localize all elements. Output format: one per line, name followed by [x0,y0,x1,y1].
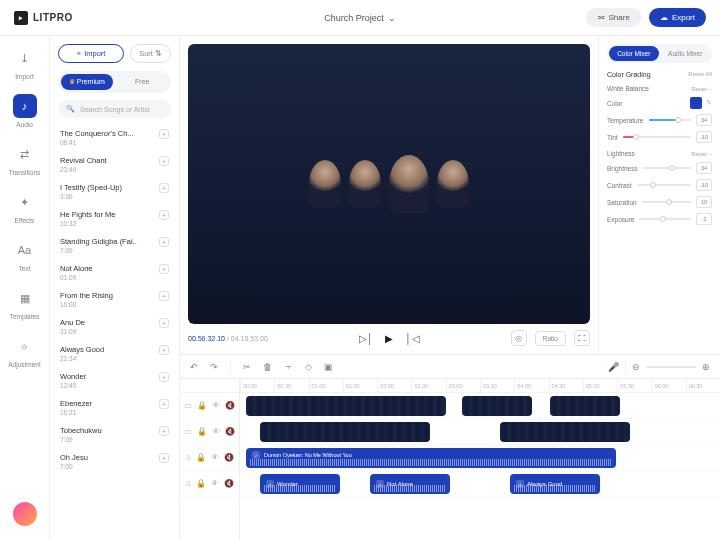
song-item[interactable]: Standing Gidigba (Fai..7:09+ [58,232,171,259]
add-song-button[interactable]: + [159,129,169,139]
saturation-value[interactable]: 10 [696,196,712,208]
song-item[interactable]: Tobechukwu7:09+ [58,421,171,448]
avatar[interactable] [13,502,37,526]
brightness-slider[interactable] [643,167,691,169]
crop-button[interactable]: ▣ [324,362,333,372]
zoom-slider[interactable] [646,366,696,368]
lock-icon[interactable]: 🔒 [196,453,206,462]
redo-button[interactable]: ↷ [210,362,218,372]
tab-premium[interactable]: ♛ Premium [61,74,113,90]
video-track-2[interactable] [240,419,720,445]
add-song-button[interactable]: + [159,426,169,436]
add-song-button[interactable]: + [159,291,169,301]
audio-track-1[interactable]: ♪Dunsin Oyekan: No Me Without You [240,445,720,471]
temperature-slider[interactable] [649,119,692,121]
add-song-button[interactable]: + [159,210,169,220]
lock-icon[interactable]: 🔒 [196,479,206,488]
tint-value[interactable]: -10 [696,131,712,143]
nav-effects[interactable]: ✦Effects [8,190,42,224]
saturation-slider[interactable] [642,201,691,203]
ratio-button[interactable]: Ratio [535,331,566,346]
eye-icon[interactable]: 👁 [212,427,220,436]
add-song-button[interactable]: + [159,345,169,355]
song-item[interactable]: Anu De31:09+ [58,313,171,340]
song-item[interactable]: Wonder12:45+ [58,367,171,394]
song-item[interactable]: I Testify (Sped-Up)3:06+ [58,178,171,205]
contrast-slider[interactable] [637,184,691,186]
nav-audio[interactable]: ♪Audio [8,94,42,128]
sort-button[interactable]: Sort ⇅ [130,44,171,63]
song-item[interactable]: Ebenezer16:21+ [58,394,171,421]
video-clip[interactable] [260,422,430,442]
snapshot-button[interactable]: ◎ [511,330,527,346]
song-item[interactable]: Oh Jesu7:00+ [58,448,171,475]
mute-icon[interactable]: 🔇 [225,427,235,436]
project-selector[interactable]: Church Project ⌄ [324,13,396,23]
color-swatch[interactable] [690,97,702,109]
mute-icon[interactable]: 🔇 [225,401,235,410]
song-item[interactable]: Always Good21:34+ [58,340,171,367]
video-clip[interactable] [462,396,532,416]
add-song-button[interactable]: + [159,399,169,409]
audio-clip[interactable]: ♪Wonder [260,474,340,494]
audio-clip[interactable]: ♪Not Alone [370,474,450,494]
rotate-button[interactable]: ◇ [305,362,312,372]
reset-lightness-button[interactable]: Reset − [691,151,712,157]
add-song-button[interactable]: + [159,318,169,328]
contrast-value[interactable]: -10 [696,179,712,191]
nav-import[interactable]: ⤓Import [8,46,42,80]
video-icon[interactable]: ▭ [184,427,192,436]
tint-slider[interactable] [623,136,691,138]
share-button[interactable]: ⫘Share [586,8,641,27]
audio-track-2[interactable]: ♪Wonder ♪Not Alone ♪Always Good [240,471,720,497]
search-input[interactable]: 🔍 Search Songs or Artist [58,100,171,118]
fullscreen-button[interactable]: ⛶ [574,330,590,346]
song-item[interactable]: From the Rising16:00+ [58,286,171,313]
reset-all-button[interactable]: Reset All [688,71,712,78]
next-icon[interactable]: │◁ [405,333,419,344]
exposure-value[interactable]: -2 [696,213,712,225]
add-song-button[interactable]: + [159,453,169,463]
brightness-value[interactable]: 34 [696,162,712,174]
audio-clip-main[interactable]: ♪Dunsin Oyekan: No Me Without You [246,448,616,468]
nav-templates[interactable]: ▦Templates [8,286,42,320]
add-song-button[interactable]: + [159,372,169,382]
play-button[interactable]: ▶ [385,333,393,344]
prev-icon[interactable]: ▷│ [359,333,373,344]
nav-adjustment[interactable]: ⟐Adjustment [8,334,42,368]
audio-clip[interactable]: ♪Always Good [510,474,600,494]
video-clip[interactable] [500,422,630,442]
split-button[interactable]: ⫟ [284,362,293,372]
reset-wb-button[interactable]: Reset − [691,86,712,92]
song-item[interactable]: Revival Chant23:46+ [58,151,171,178]
eye-icon[interactable]: 👁 [212,401,220,410]
undo-button[interactable]: ↶ [190,362,198,372]
delete-button[interactable]: 🗑 [263,362,272,372]
video-clip[interactable] [246,396,446,416]
eyedropper-icon[interactable]: ✎ [706,99,712,107]
nav-transitions[interactable]: ⇄Transitions [8,142,42,176]
eye-icon[interactable]: 👁 [211,453,219,462]
video-track-1[interactable] [240,393,720,419]
add-song-button[interactable]: + [159,237,169,247]
exposure-slider[interactable] [639,218,691,220]
song-item[interactable]: Not Alone01:09+ [58,259,171,286]
song-item[interactable]: He Fights for Me10:32+ [58,205,171,232]
song-item[interactable]: The Conqueror's Ch...08:41+ [58,124,171,151]
eye-icon[interactable]: 👁 [211,479,219,488]
music-icon[interactable]: ♫ [185,479,191,488]
video-preview[interactable] [188,44,590,324]
temperature-value[interactable]: 34 [696,114,712,126]
nav-text[interactable]: AaText [8,238,42,272]
import-button[interactable]: +Import [58,44,124,63]
mute-icon[interactable]: 🔇 [224,479,234,488]
add-song-button[interactable]: + [159,156,169,166]
video-clip[interactable] [550,396,620,416]
tab-color-mixer[interactable]: Color Mixer [609,46,659,61]
tab-audio-mixer[interactable]: Audio Mixer [661,46,711,61]
music-icon[interactable]: ♫ [185,453,191,462]
lock-icon[interactable]: 🔒 [197,401,207,410]
video-icon[interactable]: ▭ [184,401,192,410]
tab-free[interactable]: Free [117,74,169,90]
add-song-button[interactable]: + [159,264,169,274]
